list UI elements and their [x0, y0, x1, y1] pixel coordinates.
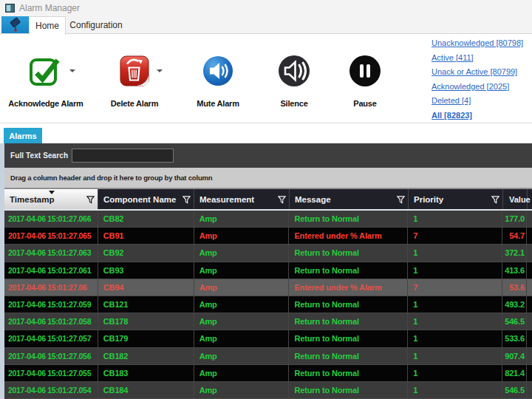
cell-overflow	[527, 330, 532, 347]
cell-component: CB183	[98, 365, 194, 381]
filter-funnel-icon[interactable]	[491, 196, 499, 204]
table-row[interactable]: 2017-04-06 15:01:27.065CB91AmpEntered un…	[4, 228, 532, 245]
acknowledge-alarm-button[interactable]: Acknowledge Alarm	[0, 53, 92, 108]
cell-value: 907.4	[502, 348, 527, 364]
cell-priority: 1	[408, 245, 502, 261]
alarm-filter-links: Unacknowledged [80798] Active [411] Unac…	[432, 36, 523, 123]
column-header-message[interactable]: Message	[290, 189, 409, 209]
cell-measurement: Amp	[194, 313, 290, 330]
ribbon-tab-bar: Home Configuration	[0, 16, 532, 34]
cell-measurement: Amp	[194, 279, 290, 296]
title-bar: Alarm Manager	[0, 0, 532, 16]
filter-funnel-icon[interactable]	[278, 196, 286, 204]
cell-overflow	[527, 262, 532, 279]
cell-priority: 1	[408, 313, 502, 330]
window-title: Alarm Manager	[19, 3, 80, 13]
filter-link-unack-or-active[interactable]: Unack or Active [80799]	[432, 65, 523, 80]
pause-icon	[348, 54, 382, 88]
table-row[interactable]: 2017-04-06 15:01:27.066CB82AmpReturn to …	[4, 211, 532, 228]
full-text-search-label: Full Text Search	[10, 143, 68, 168]
cell-component: CB179	[98, 330, 194, 347]
cell-value: 413.6	[502, 262, 527, 279]
tab-configuration[interactable]: Configuration	[66, 16, 126, 34]
table-row[interactable]: 2017-04-06 15:01:27.054CB184AmpReturn to…	[4, 382, 532, 399]
table-row[interactable]: 2017-04-06 15:01:27.057CB179AmpReturn to…	[4, 330, 532, 347]
delete-trash-icon	[119, 54, 150, 88]
cell-value: 546.5	[502, 382, 527, 398]
cell-priority: 1	[408, 382, 502, 398]
cell-priority: 1	[408, 330, 502, 347]
cell-overflow	[527, 228, 532, 244]
delete-alarm-button[interactable]: Delete Alarm	[89, 53, 180, 108]
application-menu-button[interactable]	[1, 16, 29, 33]
cell-message: Return to Normal	[289, 262, 408, 279]
pause-button[interactable]: Pause	[319, 53, 411, 108]
column-header-measurement[interactable]: Measurement	[194, 189, 290, 209]
delete-dropdown-arrow[interactable]	[157, 69, 163, 72]
cell-timestamp: 2017-04-06 15:01:27.058	[4, 313, 98, 330]
alarms-panel-tab[interactable]: Alarms	[4, 128, 42, 143]
cell-message: Return to Normal	[289, 211, 408, 227]
filter-link-unacknowledged[interactable]: Unacknowledged [80798]	[432, 36, 523, 51]
table-row[interactable]: 2017-04-06 15:01:27.056CB182AmpReturn to…	[4, 348, 532, 365]
cell-value: 54.7	[502, 228, 527, 244]
cell-overflow	[527, 313, 532, 330]
full-text-search-bar: Full Text Search	[4, 143, 532, 168]
cell-measurement: Amp	[194, 228, 290, 244]
cell-measurement: Amp	[194, 262, 290, 279]
cell-timestamp: 2017-04-06 15:01:27.063	[4, 245, 98, 261]
filter-link-acknowledged[interactable]: Acknowledged [2025]	[432, 80, 523, 95]
cell-value: 821.4	[502, 365, 527, 381]
cell-value: 372.1	[502, 245, 527, 261]
cell-component: CB121	[98, 296, 194, 313]
full-text-search-input[interactable]	[72, 149, 174, 163]
table-row[interactable]: 2017-04-06 15:01:27.06CB94AmpEntered und…	[4, 279, 532, 296]
table-row[interactable]: 2017-04-06 15:01:27.058CB178AmpReturn to…	[4, 313, 532, 330]
filter-funnel-icon[interactable]	[86, 196, 95, 204]
cell-overflow	[527, 348, 532, 364]
cell-timestamp: 2017-04-06 15:01:27.065	[4, 228, 98, 244]
cell-measurement: Amp	[194, 296, 290, 313]
filter-link-deleted[interactable]: Deleted [4]	[432, 94, 523, 109]
cell-message: Return to Normal	[289, 348, 408, 364]
cell-component: CB92	[98, 245, 194, 261]
cell-timestamp: 2017-04-06 15:01:27.055	[4, 365, 98, 381]
cell-timestamp: 2017-04-06 15:01:27.061	[4, 262, 98, 279]
acknowledge-dropdown-arrow[interactable]	[69, 69, 75, 72]
column-header-value[interactable]: Value	[503, 189, 528, 209]
cell-priority: 7	[408, 279, 502, 296]
cell-component: CB82	[98, 211, 194, 227]
cell-priority: 1	[408, 262, 502, 279]
column-header-component-name[interactable]: Component Name	[98, 189, 194, 209]
table-row[interactable]: 2017-04-06 15:01:27.059CB121AmpReturn to…	[4, 296, 532, 313]
app-icon	[5, 4, 15, 13]
cell-priority: 1	[408, 211, 502, 227]
cell-value: 53.6	[502, 279, 527, 296]
cell-overflow	[527, 296, 532, 313]
cell-value: 546.5	[502, 313, 527, 330]
cell-measurement: Amp	[194, 382, 290, 398]
cell-timestamp: 2017-04-06 15:01:27.059	[4, 296, 98, 313]
table-row[interactable]: 2017-04-06 15:01:27.061CB93AmpReturn to …	[4, 262, 532, 279]
cell-measurement: Amp	[194, 348, 290, 364]
column-header-timestamp[interactable]: Timestamp	[4, 189, 98, 209]
group-by-drop-zone[interactable]: Drag a column header and drop it here to…	[4, 168, 532, 189]
cell-overflow	[527, 245, 532, 261]
cell-component: CB182	[98, 348, 194, 364]
cell-timestamp: 2017-04-06 15:01:27.066	[4, 211, 98, 227]
filter-link-all[interactable]: All [82823]	[432, 109, 523, 123]
sort-descending-icon	[49, 191, 55, 194]
filter-funnel-icon[interactable]	[183, 196, 191, 204]
filter-link-active[interactable]: Active [411]	[432, 51, 523, 66]
filter-funnel-icon[interactable]	[397, 196, 405, 204]
table-row[interactable]: 2017-04-06 15:01:27.063CB92AmpReturn to …	[4, 245, 532, 262]
column-header-priority[interactable]: Priority	[409, 189, 503, 209]
cell-message: Entered under % Alarm	[289, 279, 408, 296]
acknowledge-check-icon	[28, 53, 64, 89]
table-row[interactable]: 2017-04-06 15:01:27.055CB183AmpReturn to…	[4, 365, 532, 382]
cell-timestamp: 2017-04-06 15:01:27.057	[4, 330, 98, 347]
cell-priority: 7	[408, 228, 502, 244]
cell-measurement: Amp	[194, 211, 290, 227]
cell-priority: 1	[408, 348, 502, 364]
tab-home[interactable]: Home	[29, 16, 66, 35]
